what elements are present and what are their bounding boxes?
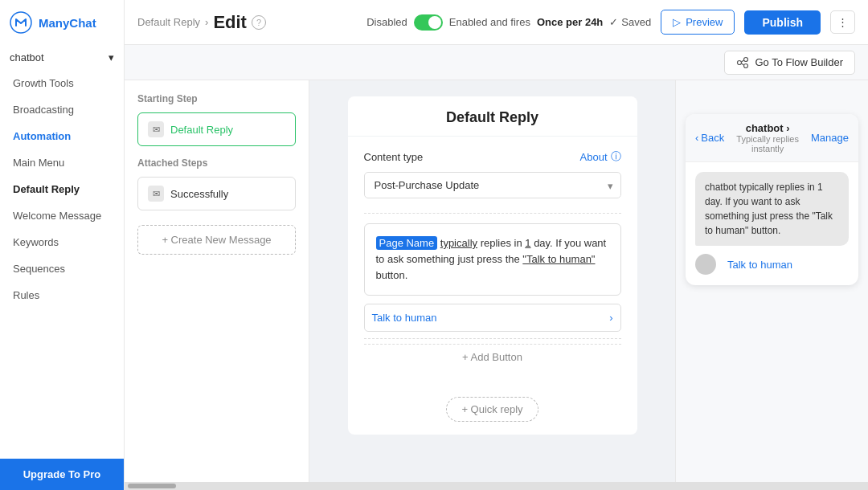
about-link[interactable]: About ⓘ bbox=[580, 149, 621, 164]
logo-text: ManyChat bbox=[39, 16, 96, 30]
add-button-area: + Add Button bbox=[364, 338, 621, 374]
phone-center: chatbot › Typically replies instantly bbox=[724, 122, 811, 153]
talk-human-label: Talk to human bbox=[372, 312, 437, 324]
status-disabled-label: Disabled bbox=[366, 16, 407, 28]
status-enabled-label: Enabled and fires bbox=[449, 16, 530, 28]
steps-panel: Starting Step ✉ Default Reply Attached S… bbox=[125, 80, 309, 482]
create-new-message-button[interactable]: + Create New Message bbox=[137, 225, 296, 255]
horizontal-scrollbar[interactable] bbox=[125, 482, 868, 490]
chatbot-label: chatbot bbox=[10, 51, 44, 63]
starting-step-label: Starting Step bbox=[137, 93, 296, 104]
starting-step-text: Default Reply bbox=[170, 124, 233, 136]
manychat-logo-icon bbox=[10, 11, 32, 34]
quick-reply-button[interactable]: + Quick reply bbox=[446, 397, 538, 422]
back-chevron-icon: ‹ bbox=[695, 132, 698, 144]
divider bbox=[364, 213, 621, 214]
phone-mockup: ‹ Back chatbot › Typically replies insta… bbox=[686, 114, 858, 285]
preview-label: Preview bbox=[686, 16, 723, 28]
chevron-down-icon: ▾ bbox=[108, 51, 114, 63]
about-info-icon: ⓘ bbox=[611, 149, 621, 164]
page-title: Edit bbox=[213, 12, 247, 33]
sidebar-item-welcome-message[interactable]: Welcome Message bbox=[0, 202, 124, 229]
svg-line-5 bbox=[742, 63, 744, 65]
content-type-label: Content type bbox=[364, 151, 424, 163]
content-type-select[interactable]: Post-Purchase Update bbox=[364, 172, 621, 198]
more-options-button[interactable]: ⋮ bbox=[830, 10, 855, 34]
editor-panel: Default Reply Content type About ⓘ Post-… bbox=[309, 80, 675, 482]
step-message-icon: ✉ bbox=[148, 121, 164, 137]
sidebar-item-default-reply[interactable]: Default Reply bbox=[0, 176, 124, 202]
editor-card-title: Default Reply bbox=[348, 96, 637, 137]
svg-point-1 bbox=[738, 60, 742, 64]
publish-button[interactable]: Publish bbox=[744, 10, 821, 35]
phone-manage-button[interactable]: Manage bbox=[811, 132, 849, 144]
sub-header: Go To Flow Builder bbox=[125, 45, 868, 80]
toggle-knob bbox=[428, 16, 441, 29]
check-icon: ✓ bbox=[609, 16, 618, 28]
message-bubble[interactable]: Page Name typically replies in 1 day. If… bbox=[364, 223, 621, 296]
preview-panel: ‹ Back chatbot › Typically replies insta… bbox=[675, 80, 868, 482]
saved-label: Saved bbox=[621, 16, 651, 28]
saved-status: ✓ Saved bbox=[609, 16, 651, 28]
flow-builder-button[interactable]: Go To Flow Builder bbox=[724, 51, 855, 75]
phone-header: ‹ Back chatbot › Typically replies insta… bbox=[686, 114, 858, 162]
logo: ManyChat bbox=[0, 0, 124, 45]
phone-chatbot-name: chatbot › bbox=[724, 122, 811, 134]
main-area: Default Reply › Edit ? Disabled Enabled … bbox=[125, 0, 868, 490]
help-icon[interactable]: ? bbox=[252, 15, 266, 30]
scrollbar-thumb[interactable] bbox=[128, 484, 176, 488]
chat-row: Talk to human bbox=[695, 254, 849, 276]
add-button-btn[interactable]: + Add Button bbox=[364, 344, 621, 370]
breadcrumb-arrow: › bbox=[205, 16, 208, 28]
chat-bubble-text: chatbot typically replies in 1 day. If y… bbox=[695, 172, 849, 246]
svg-point-3 bbox=[744, 63, 748, 67]
sidebar-chatbot-menu[interactable]: chatbot ▾ bbox=[0, 45, 124, 70]
phone-body: chatbot typically replies in 1 day. If y… bbox=[686, 162, 858, 285]
svg-point-2 bbox=[744, 57, 748, 61]
sidebar-item-growth-tools[interactable]: Growth Tools bbox=[0, 70, 124, 96]
avatar bbox=[695, 254, 716, 275]
chevron-right-icon: › bbox=[609, 312, 612, 324]
header: Default Reply › Edit ? Disabled Enabled … bbox=[125, 0, 868, 45]
upgrade-button[interactable]: Upgrade To Pro bbox=[0, 459, 124, 490]
content-type-row: Content type About ⓘ bbox=[364, 149, 621, 164]
content-type-select-wrap: Post-Purchase Update ▾ bbox=[364, 172, 621, 198]
sidebar: ManyChat chatbot ▾ Growth Tools Broadcas… bbox=[0, 0, 125, 490]
sidebar-item-broadcasting[interactable]: Broadcasting bbox=[0, 96, 124, 123]
flow-builder-label: Go To Flow Builder bbox=[755, 56, 843, 68]
sidebar-item-sequences[interactable]: Sequences bbox=[0, 255, 124, 282]
editor-body: Content type About ⓘ Post-Purchase Updat… bbox=[348, 137, 637, 387]
sidebar-item-rules[interactable]: Rules bbox=[0, 282, 124, 308]
attached-step-icon: ✉ bbox=[148, 186, 164, 202]
bubble-text: Page Name typically replies in 1 day. If… bbox=[376, 235, 609, 284]
editor-card: Default Reply Content type About ⓘ Post-… bbox=[348, 96, 637, 435]
attached-step-text: Successfully bbox=[170, 188, 228, 200]
svg-line-4 bbox=[742, 60, 744, 62]
content-area: Starting Step ✉ Default Reply Attached S… bbox=[125, 80, 868, 482]
about-label: About bbox=[580, 151, 608, 163]
fires-frequency: Once per 24h bbox=[537, 16, 603, 28]
flow-builder-icon bbox=[736, 56, 749, 69]
breadcrumb-parent[interactable]: Default Reply bbox=[137, 16, 200, 28]
sidebar-item-automation[interactable]: Automation bbox=[0, 123, 124, 149]
talk-to-human-button[interactable]: Talk to human › bbox=[364, 304, 621, 332]
preview-button[interactable]: ▷ Preview bbox=[661, 10, 735, 35]
starting-step-item[interactable]: ✉ Default Reply bbox=[137, 112, 296, 146]
phone-sub-text: Typically replies instantly bbox=[724, 134, 811, 153]
phone-back-button[interactable]: ‹ Back bbox=[695, 132, 724, 144]
back-label: Back bbox=[701, 132, 724, 144]
breadcrumb: Default Reply › Edit ? bbox=[137, 12, 266, 33]
sidebar-item-main-menu[interactable]: Main Menu bbox=[0, 149, 124, 176]
preview-play-icon: ▷ bbox=[673, 16, 681, 28]
page-name-tag: Page Name bbox=[376, 236, 438, 250]
talk-to-human-chat-button[interactable]: Talk to human bbox=[723, 254, 797, 276]
status-section: Disabled Enabled and fires Once per 24h … bbox=[366, 14, 651, 31]
sidebar-item-keywords[interactable]: Keywords bbox=[0, 229, 124, 255]
attached-step-item[interactable]: ✉ Successfully bbox=[137, 177, 296, 210]
enabled-toggle[interactable] bbox=[414, 14, 443, 31]
attached-steps-label: Attached Steps bbox=[137, 157, 296, 169]
quick-reply-area: + Quick reply bbox=[348, 397, 637, 435]
